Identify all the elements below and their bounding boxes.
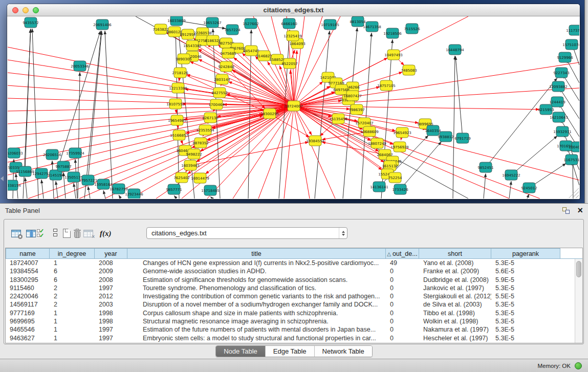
table-cell[interactable]: Tibbo et al. (1998) [419, 309, 491, 317]
network-node-16210643[interactable]: 16210643 [550, 112, 568, 122]
network-node-15751074[interactable]: 15751074 [562, 39, 579, 50]
network-node-2803144[interactable]: 2803144 [214, 74, 230, 84]
table-cell[interactable]: Genome-wide association studies in ADHD. [127, 267, 386, 275]
table-cell[interactable]: 0 [386, 284, 419, 292]
table-cell[interactable]: 2012 [95, 292, 127, 300]
network-node-16945222[interactable]: 16945222 [502, 170, 520, 180]
table-cell[interactable]: 1 [50, 325, 95, 334]
table-cell[interactable]: 5.6E-5 [491, 267, 560, 275]
table-cell[interactable]: 5.3E-5 [491, 309, 560, 317]
network-node-7515526[interactable]: 7515526 [404, 24, 420, 34]
network-node-9242848[interactable]: 9242848 [218, 61, 234, 72]
table-cell[interactable]: 0 [386, 309, 419, 317]
table-cell[interactable]: 2003 [95, 300, 127, 309]
network-node-9890305[interactable]: 9890305 [176, 54, 191, 64]
table-cell[interactable]: 5.3E-5 [491, 325, 560, 334]
network-node-1640354[interactable]: 1640354 [425, 125, 441, 136]
network-node-19654985[interactable]: 19654985 [168, 115, 186, 125]
network-node-7986397[interactable]: 7986397 [349, 104, 364, 115]
table-cell[interactable]: 2 [50, 284, 95, 292]
unselect-columns-icon[interactable] [53, 227, 58, 240]
network-node-6466160[interactable]: 6466160 [281, 18, 297, 29]
table-row[interactable]: 969969511998Structural magnetic resonanc… [6, 317, 582, 325]
table-cell[interactable]: 9699695 [6, 317, 50, 325]
zoom-window-button[interactable] [33, 7, 39, 13]
column-header-name[interactable]: name [6, 248, 50, 258]
table-cell[interactable]: 1 [50, 259, 95, 267]
table-cell[interactable]: 0 [386, 300, 419, 309]
table-cell[interactable]: 9777169 [6, 309, 50, 317]
network-node-19338154[interactable]: 19338154 [8, 180, 21, 190]
network-node-1700464[interactable]: 1700464 [208, 99, 225, 110]
column-header-short[interactable]: short [419, 248, 491, 258]
table-cell[interactable]: Estimation of significance thresholds fo… [127, 276, 386, 284]
table-cell[interactable]: Hescheler et al. (1997) [419, 334, 491, 342]
network-node-15932971[interactable]: 15932971 [553, 126, 572, 137]
table-cell[interactable]: 5.3E-5 [491, 284, 560, 292]
column-header-in_degree[interactable]: in_degree [50, 248, 95, 258]
column-header-title[interactable]: title [127, 248, 386, 258]
table-cell[interactable]: 18300295 [6, 276, 50, 284]
table-settings-icon[interactable] [11, 227, 21, 240]
network-node-20206516[interactable]: 20206516 [43, 149, 61, 160]
network-node-19654923[interactable]: 19654923 [393, 127, 411, 138]
table-cell[interactable]: 49 [386, 259, 419, 267]
network-node-8878352[interactable]: 8878352 [192, 138, 208, 148]
panel-collapse-arrow[interactable] [1, 176, 4, 181]
table-cell[interactable]: Nakamura et al. (1997) [419, 325, 491, 334]
table-cell[interactable]: 1 [50, 334, 95, 342]
table-cell[interactable]: 2008 [95, 276, 127, 284]
table-row[interactable]: 1456911722003Disruption of a novel membe… [6, 300, 582, 309]
network-node-2718126[interactable]: 2718126 [172, 68, 188, 78]
network-node-15718485[interactable]: 15718485 [201, 185, 220, 195]
tab-node-table[interactable]: Node Table [216, 346, 265, 357]
network-node-9129966[interactable]: 9129966 [557, 52, 573, 62]
close-window-button[interactable] [12, 7, 18, 13]
delete-column-icon[interactable] [74, 227, 81, 240]
table-cell[interactable]: Disruption of a novel member of a sodium… [127, 300, 386, 309]
table-row[interactable]: 911546021997Tourette syndrome. Phenomeno… [6, 284, 582, 292]
table-cell[interactable]: 5.5E-5 [491, 292, 560, 300]
table-cell[interactable]: 19384554 [6, 267, 50, 275]
column-header-year[interactable]: year [95, 248, 127, 258]
memory-ok-indicator[interactable] [575, 362, 582, 369]
table-cell[interactable]: 9465546 [6, 325, 50, 334]
table-cell[interactable]: Yano et al. (2008) [419, 259, 491, 267]
network-node-11173714[interactable]: 11173714 [566, 25, 579, 35]
network-node-9475685[interactable]: 9475685 [220, 48, 236, 58]
table-cell[interactable]: 1998 [95, 317, 127, 325]
table-cell[interactable]: 2008 [95, 259, 127, 267]
table-cell[interactable]: 0 [386, 317, 419, 325]
table-cell[interactable]: Jankovic et al. (1997) [419, 284, 491, 292]
network-node-12353554[interactable]: 12353554 [196, 125, 214, 135]
table-cell[interactable]: Stergiakouli et al. (2012) [419, 292, 491, 300]
float-panel-icon[interactable] [562, 207, 570, 214]
select-all-columns-icon[interactable]: ✓ ✓ [37, 227, 46, 240]
table-cell[interactable]: 5.9E-5 [491, 276, 560, 284]
network-node-16914479[interactable]: 16914479 [191, 173, 209, 183]
scrollbar-thumb[interactable] [576, 261, 581, 277]
table-cell[interactable]: Structural magnetic resonance image aver… [127, 317, 386, 325]
network-node-20053346[interactable]: 20053346 [71, 61, 89, 71]
network-node-8267130[interactable]: 8267130 [202, 113, 218, 123]
network-node-18757105[interactable]: 18757105 [377, 80, 396, 91]
table-cell[interactable]: Investigating the contribution of common… [127, 292, 386, 300]
table-cell[interactable]: 22420046 [6, 292, 50, 300]
network-node-9498222[interactable]: 9498222 [186, 149, 202, 159]
table-cell[interactable]: 5.3E-5 [491, 300, 560, 309]
table-cell[interactable]: 5.3E-5 [491, 317, 560, 325]
table-cell[interactable]: 1 [50, 317, 95, 325]
network-node-6791719[interactable]: 6791719 [454, 133, 470, 143]
network-node-10719185[interactable]: 10719185 [321, 19, 339, 30]
network-node-16033809[interactable]: 16033809 [167, 16, 186, 26]
network-node-19218506[interactable]: 19218506 [383, 28, 402, 38]
table-cell[interactable]: Corpus callosum shape and size in male p… [127, 309, 386, 317]
table-cell[interactable]: 1997 [95, 284, 127, 292]
table-cell[interactable]: 0 [386, 292, 419, 300]
table-cell[interactable]: 0 [386, 334, 419, 342]
column-header-out_de[interactable]: △out_de... [386, 248, 419, 258]
network-node-752254[interactable]: 752254 [388, 172, 402, 183]
table-cell[interactable]: 5.3E-5 [491, 259, 560, 267]
network-node-25206033[interactable]: 25206033 [8, 148, 23, 158]
network-node-14136141[interactable]: 14136141 [370, 182, 388, 192]
